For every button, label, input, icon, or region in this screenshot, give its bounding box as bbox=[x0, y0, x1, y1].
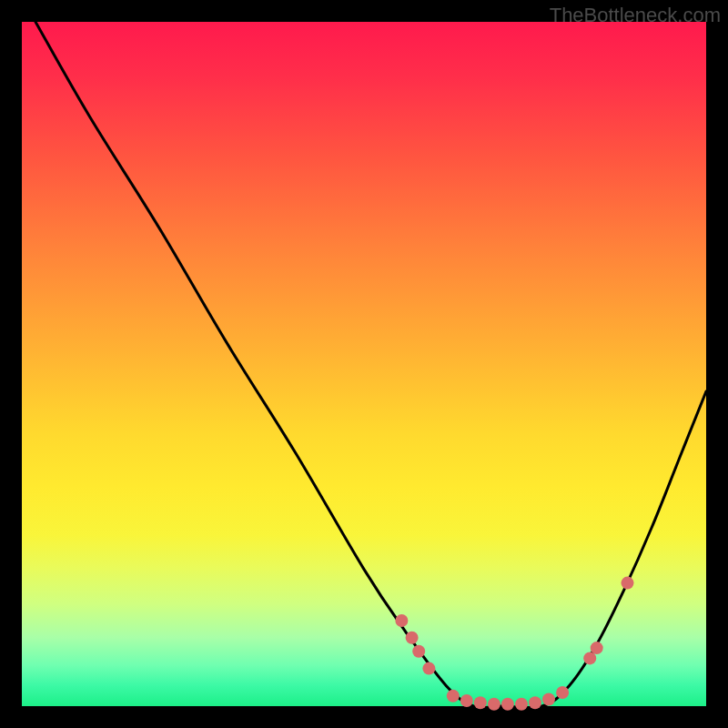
bottleneck-curve bbox=[35, 22, 706, 708]
curve-marker bbox=[412, 645, 425, 658]
curve-marker bbox=[406, 632, 419, 644]
curve-markers bbox=[395, 577, 633, 711]
curve-marker bbox=[542, 693, 555, 706]
chart-svg bbox=[22, 22, 706, 706]
curve-marker bbox=[474, 696, 487, 709]
curve-marker bbox=[515, 698, 528, 711]
curve-marker bbox=[395, 614, 408, 627]
curve-marker bbox=[422, 662, 435, 675]
curve-marker bbox=[501, 698, 514, 711]
curve-marker bbox=[622, 577, 634, 590]
chart-frame bbox=[22, 22, 706, 706]
curve-marker bbox=[460, 694, 473, 707]
curve-marker bbox=[447, 690, 460, 703]
curve-marker bbox=[529, 696, 541, 709]
curve-marker bbox=[591, 642, 603, 654]
curve-marker bbox=[556, 686, 569, 699]
curve-marker bbox=[488, 698, 500, 711]
